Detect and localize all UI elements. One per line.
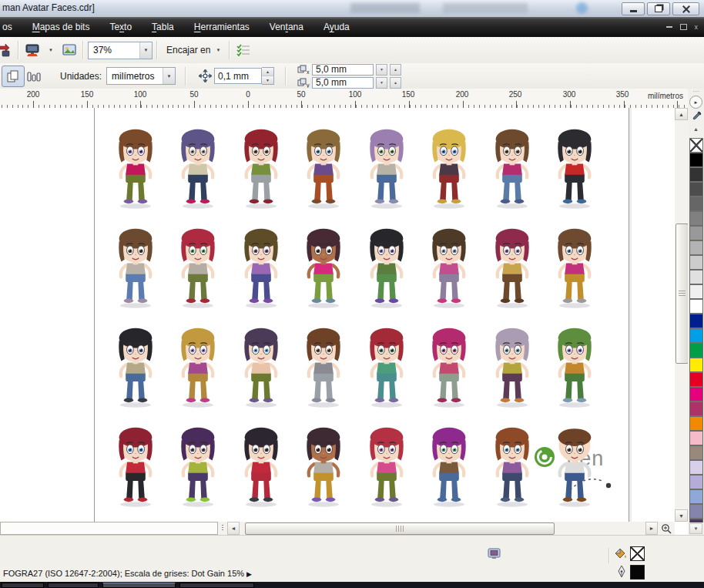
windows-taskbar[interactable] xyxy=(0,582,704,588)
horizontal-scroll-track[interactable] xyxy=(240,522,645,535)
menu-item-ventana[interactable]: Ventana xyxy=(260,17,313,37)
zoom-level-combo[interactable]: 37% ▼ xyxy=(88,42,153,59)
zoom-tool-icon[interactable] xyxy=(658,522,675,535)
avatar-12[interactable] xyxy=(293,212,356,311)
units-combo[interactable]: milímetros ▼ xyxy=(106,67,176,85)
menu-item-mapas-de-bits[interactable]: Mapas de bits xyxy=(22,17,100,37)
color-swatch-8fa8d8[interactable] xyxy=(689,489,703,504)
scroll-up-icon[interactable]: ▲ xyxy=(675,108,688,120)
color-swatch-666666[interactable] xyxy=(689,197,703,211)
color-swatch-f0f0f0[interactable] xyxy=(689,284,703,299)
color-swatch-ffec00[interactable] xyxy=(689,358,703,372)
avatar-4[interactable] xyxy=(293,113,356,212)
horizontal-scrollbar[interactable]: ◄ ► xyxy=(0,522,675,535)
doc-restore-icon[interactable] xyxy=(680,24,687,30)
color-swatch-ad3268[interactable] xyxy=(689,402,703,416)
avatar-7[interactable] xyxy=(481,113,544,212)
color-swatch-b5add8[interactable] xyxy=(689,475,703,489)
avatar-19[interactable] xyxy=(230,311,293,411)
avatar-22[interactable] xyxy=(418,311,481,411)
color-swatch-d8d0ea[interactable] xyxy=(689,460,703,475)
avatar-20[interactable] xyxy=(293,311,356,411)
taskbar-tab[interactable] xyxy=(179,583,254,588)
nudge-spinner[interactable]: ▲ ▼ xyxy=(262,67,274,85)
options-checklist-icon[interactable] xyxy=(234,40,253,60)
avatar-25[interactable] xyxy=(104,411,167,510)
fit-dropdown[interactable]: Encajar en ▼ xyxy=(162,41,225,59)
color-swatch-808080[interactable] xyxy=(689,211,703,226)
avatar-13[interactable] xyxy=(355,212,418,311)
menu-item-herramientas[interactable]: Herramientas xyxy=(184,17,260,37)
avatar-28[interactable] xyxy=(293,411,356,510)
avatar-30[interactable] xyxy=(418,411,481,510)
pages-icon[interactable] xyxy=(25,66,43,86)
avatar-2[interactable] xyxy=(167,113,230,212)
avatar-11[interactable] xyxy=(230,212,293,311)
restore-button[interactable] xyxy=(647,2,670,15)
corel-connect-icon[interactable] xyxy=(60,40,79,60)
export-icon[interactable] xyxy=(0,40,14,60)
page-layout-icon[interactable] xyxy=(2,66,25,87)
avatar-16[interactable] xyxy=(544,212,607,311)
doc-minimize-icon[interactable] xyxy=(666,26,672,28)
color-swatch-e60023[interactable] xyxy=(689,372,703,387)
doc-close-icon[interactable]: x xyxy=(695,24,699,31)
dup-y-up-icon[interactable]: ▲ xyxy=(390,77,401,89)
color-swatch-e6007e[interactable] xyxy=(689,387,703,402)
avatar-27[interactable] xyxy=(230,411,293,510)
scroll-right-icon[interactable]: ► xyxy=(645,522,658,535)
color-swatch-99897a[interactable] xyxy=(689,445,703,460)
color-swatch-cccccc[interactable] xyxy=(689,255,703,270)
color-swatch-009fe8[interactable] xyxy=(689,328,703,343)
avatar-15[interactable] xyxy=(481,212,544,311)
palette-scroll-up-icon[interactable]: ▲ xyxy=(688,125,704,133)
avatar-3[interactable] xyxy=(230,113,293,212)
dup-y-dropdown-icon[interactable]: ▼ xyxy=(376,77,387,89)
avatar-5[interactable] xyxy=(355,113,418,212)
menu-item-texto[interactable]: Texto xyxy=(99,17,142,37)
profile-expand-icon[interactable]: ▶ xyxy=(246,570,252,578)
avatar-6[interactable] xyxy=(418,113,481,212)
color-swatch-001f8f[interactable] xyxy=(689,314,703,328)
color-swatch-009e47[interactable] xyxy=(689,343,703,358)
color-swatch-4d4d4d[interactable] xyxy=(689,182,703,197)
taskbar-tab[interactable] xyxy=(2,583,44,588)
horizontal-scroll-thumb[interactable] xyxy=(245,522,555,535)
color-swatch-8484ad[interactable] xyxy=(689,504,703,519)
outline-swatch-black[interactable] xyxy=(630,565,645,580)
palette-scroll-down-icon[interactable]: ▼ xyxy=(689,523,702,534)
duplicate-y-field[interactable]: 5,0 mm xyxy=(312,77,374,89)
fill-color-icon[interactable] xyxy=(612,546,628,563)
outline-pen-icon[interactable] xyxy=(616,565,627,580)
dup-x-dropdown-icon[interactable]: ▼ xyxy=(376,64,387,76)
document-properties-icon[interactable] xyxy=(488,548,501,561)
avatar-17[interactable] xyxy=(104,311,167,411)
color-swatch-e0e0e0[interactable] xyxy=(689,270,703,284)
horizontal-ruler[interactable]: 20015010050050100150200250300350 milímet… xyxy=(0,89,688,109)
color-swatch-b3b3b3[interactable] xyxy=(689,240,703,255)
splitter-grip[interactable] xyxy=(218,522,227,535)
taskbar-tab[interactable] xyxy=(48,583,99,588)
avatar-14[interactable] xyxy=(418,212,481,311)
avatar-1[interactable] xyxy=(104,113,167,212)
avatar-9[interactable] xyxy=(104,212,167,311)
avatar-24[interactable] xyxy=(544,311,607,411)
color-swatch-333333[interactable] xyxy=(689,167,703,182)
color-swatch-none[interactable] xyxy=(689,138,703,153)
scroll-left-icon[interactable]: ◄ xyxy=(227,522,240,535)
palette-flyout-icon[interactable]: ► xyxy=(689,96,702,109)
avatar-26[interactable] xyxy=(167,411,230,510)
page-navigator[interactable] xyxy=(0,522,218,535)
avatar-29[interactable] xyxy=(355,411,418,510)
zoom-combo-dropdown-icon[interactable]: ▼ xyxy=(139,42,152,59)
color-swatch-f5bcc8[interactable] xyxy=(689,431,703,445)
drawing-canvas[interactable]: den xyxy=(0,108,675,522)
color-swatch-000000[interactable] xyxy=(689,153,703,167)
avatar-18[interactable] xyxy=(167,311,230,411)
application-launcher-icon[interactable] xyxy=(23,40,42,60)
avatar-21[interactable] xyxy=(355,311,418,411)
taskbar-tab[interactable] xyxy=(102,583,176,588)
avatar-10[interactable] xyxy=(167,212,230,311)
eyedropper-icon[interactable] xyxy=(688,109,704,125)
units-combo-dropdown-icon[interactable]: ▼ xyxy=(163,68,175,84)
